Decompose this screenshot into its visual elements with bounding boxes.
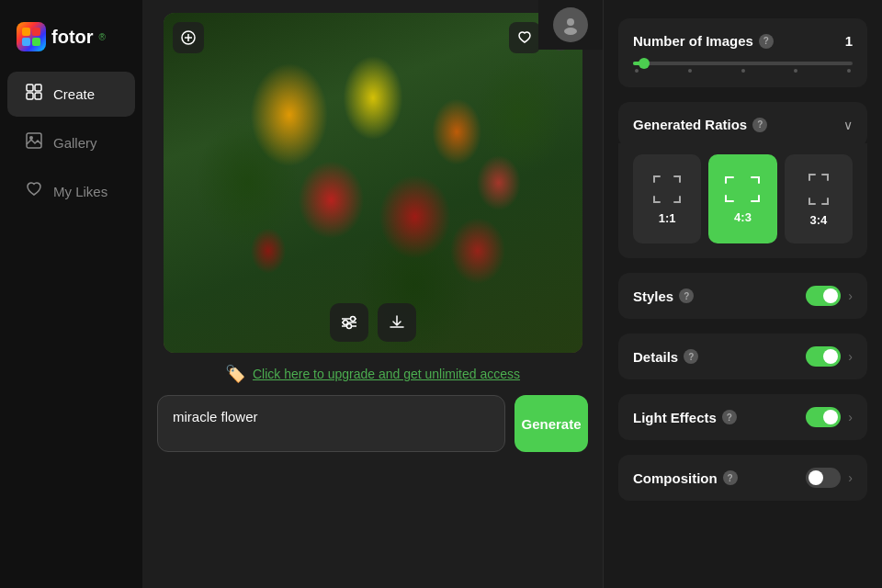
styles-toggle[interactable] [806,286,841,306]
composition-toggle[interactable] [806,468,841,488]
styles-title: Styles ? [633,288,694,304]
ratio-label-3-4: 3:4 [809,213,827,227]
styles-section: Styles ? › [618,273,867,319]
num-images-header: Number of Images ? 1 [633,33,853,49]
svg-rect-4 [27,85,33,91]
ratio-options: 1:1 4:3 [618,143,867,258]
light-effects-toggle[interactable] [806,407,841,427]
light-effects-right: › [806,407,853,427]
composition-left: Composition ? [633,470,738,486]
topbar [538,0,603,50]
light-effects-section: Light Effects ? › [618,394,867,440]
slider-container [633,62,853,73]
sidebar-item-gallery[interactable]: Gallery [7,120,135,165]
ratio-label-1-1: 1:1 [659,211,676,225]
generated-ratios-section: Generated Ratios ? ∨ 1:1 [618,102,867,258]
ratio-frame-1-1 [650,173,684,206]
slider-mark-5 [847,69,851,73]
ratio-help-icon[interactable]: ? [752,118,767,132]
svg-point-14 [350,317,355,322]
slider-track[interactable] [633,62,853,65]
svg-rect-5 [35,85,41,91]
logo-text: fotor [51,27,94,48]
slider-marks [633,69,853,73]
details-toggle-thumb [823,349,838,364]
composition-right: › [806,468,853,488]
svg-rect-7 [35,93,41,99]
styles-help-icon[interactable]: ? [679,288,694,303]
light-effects-left: Light Effects ? [633,410,737,425]
ratio-option-4-3[interactable]: 4:3 [708,154,776,243]
details-title: Details ? [633,349,698,365]
slider-mark-4 [794,69,797,73]
right-panel: Number of Images ? 1 Generated Ratios [603,0,882,588]
details-right: › [806,346,853,367]
sidebar-item-likes[interactable]: My Likes [7,169,135,214]
heart-icon [24,180,44,203]
num-images-help-icon[interactable]: ? [759,34,774,49]
slider-thumb[interactable] [639,58,650,69]
create-icon [24,83,44,106]
ratio-label-4-3: 4:3 [734,210,752,224]
logo-icon [17,22,46,51]
canvas-area: × [142,0,603,588]
gallery-icon [24,131,44,154]
logo: fotor® [0,9,142,70]
num-images-value: 1 [845,33,853,49]
details-left: Details ? [633,349,698,365]
download-button[interactable] [378,303,416,342]
composition-title: Composition ? [633,470,738,486]
sidebar-item-create-label: Create [53,86,95,102]
upgrade-banner: 🏷️ Click here to upgrade and get unlimit… [225,364,520,384]
generated-image [164,13,582,353]
styles-toggle-thumb [823,288,838,303]
logo-reg: ® [99,32,106,42]
details-section: Details ? › [618,334,867,379]
avatar[interactable] [553,7,588,42]
composition-toggle-thumb [808,470,823,485]
sidebar: fotor® Create Gallery M [0,0,142,588]
upgrade-link[interactable]: Click here to upgrade and get unlimited … [253,367,520,381]
prompt-area: miracle flower Generate [157,395,588,452]
ratio-title: Generated Ratios ? [633,117,767,132]
composition-chevron-icon[interactable]: › [848,470,853,485]
ratio-frame-4-3 [722,174,763,205]
image-container: × [164,13,582,353]
sidebar-item-gallery-label: Gallery [53,135,97,151]
num-images-title: Number of Images ? [633,33,774,49]
composition-section: Composition ? › [618,455,867,501]
slider-mark-2 [688,69,692,73]
details-toggle[interactable] [806,346,841,367]
flower-background [164,13,582,353]
ratio-header[interactable]: Generated Ratios ? ∨ [618,102,867,147]
svg-rect-3 [32,38,40,46]
ratio-option-1-1[interactable]: 1:1 [633,154,701,243]
generate-button[interactable]: Generate [514,395,588,452]
main-area: × [142,0,603,588]
magic-wand-button[interactable] [173,22,204,53]
image-bottom-controls [330,303,416,342]
svg-point-20 [346,324,351,329]
light-effects-help-icon[interactable]: ? [722,410,737,424]
details-chevron-icon[interactable]: › [848,349,853,364]
upgrade-icon: 🏷️ [225,364,245,384]
styles-right: › [806,286,853,306]
image-top-controls: × [164,13,582,62]
styles-left: Styles ? [633,288,694,304]
slider-mark-1 [635,69,639,73]
prompt-input[interactable]: miracle flower [157,395,505,452]
adjust-button[interactable] [330,303,368,342]
svg-point-11 [564,28,577,35]
composition-help-icon[interactable]: ? [723,470,738,485]
light-effects-chevron-icon[interactable]: › [848,410,853,424]
styles-chevron-icon[interactable]: › [848,288,853,303]
heart-save-button[interactable] [509,22,540,53]
ratio-chevron-icon: ∨ [843,118,853,132]
sidebar-item-likes-label: My Likes [53,184,107,199]
details-help-icon[interactable]: ? [684,349,698,364]
ratio-option-3-4[interactable]: 3:4 [785,154,853,243]
ratio-frame-3-4 [806,171,831,208]
sidebar-item-create[interactable]: Create [7,72,135,117]
slider-mark-3 [741,69,745,73]
svg-rect-0 [22,28,30,36]
